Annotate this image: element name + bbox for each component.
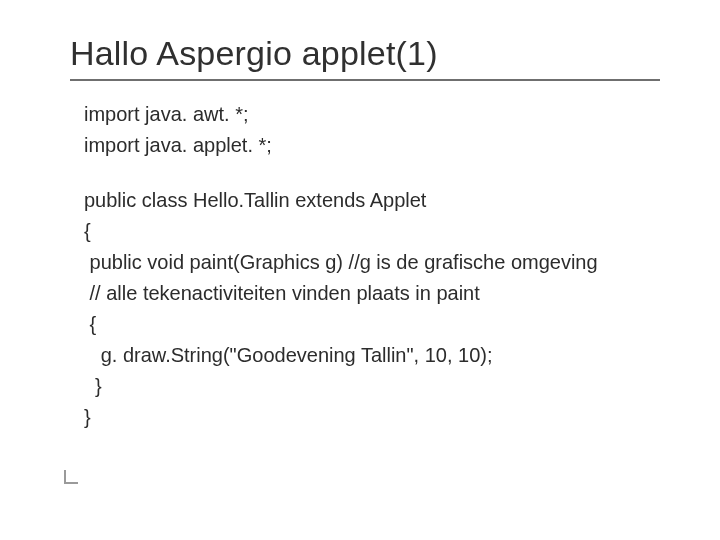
code-line: public void paint(Graphics g) //g is de … [84, 251, 598, 273]
code-line: public class Hello.Tallin extends Applet [84, 189, 426, 211]
title-underline [70, 79, 660, 81]
code-line: import java. awt. *; [84, 103, 249, 125]
code-line: } [84, 406, 91, 428]
code-block: public class Hello.Tallin extends Applet… [70, 185, 664, 433]
code-line: } [84, 375, 102, 397]
code-line: // alle tekenactiviteiten vinden plaats … [84, 282, 480, 304]
code-line: { [84, 220, 91, 242]
slide-title: Hallo Aspergio applet(1) [70, 34, 664, 73]
code-line: { [84, 313, 96, 335]
slide: Hallo Aspergio applet(1) import java. aw… [0, 0, 720, 540]
code-line: g. draw.String("Goodevening Tallin", 10,… [84, 344, 493, 366]
spacer [70, 161, 664, 185]
code-line: import java. applet. *; [84, 134, 272, 156]
corner-decoration-icon [64, 470, 78, 484]
code-block: import java. awt. *; import java. applet… [70, 99, 664, 161]
